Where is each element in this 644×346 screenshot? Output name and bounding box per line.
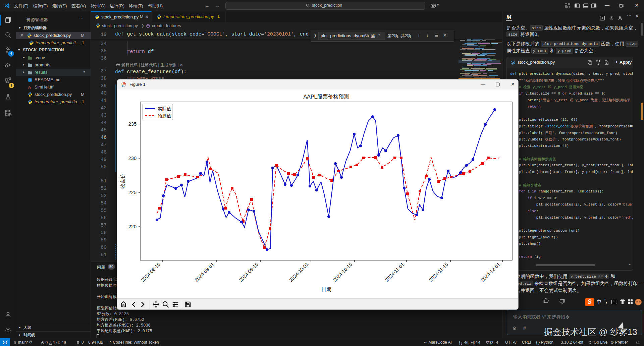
- svg-text:实际值: 实际值: [158, 106, 171, 111]
- svg-text:2024-10-01: 2024-10-01: [288, 262, 310, 283]
- svg-text:2024-12-01: 2024-12-01: [480, 262, 501, 283]
- svg-text:225: 225: [128, 190, 137, 195]
- svg-text:2024-11-15: 2024-11-15: [428, 262, 449, 283]
- svg-text:收盘价: 收盘价: [120, 174, 125, 189]
- svg-text:2024-11-01: 2024-11-01: [384, 262, 405, 283]
- svg-text:i: i: [30, 78, 31, 82]
- svg-text:预测值: 预测值: [158, 113, 171, 118]
- svg-text:2024-09-15: 2024-09-15: [238, 262, 259, 283]
- svg-text:2024-10-15: 2024-10-15: [332, 262, 353, 283]
- svg-text:235: 235: [128, 121, 137, 127]
- svg-text:日期: 日期: [321, 286, 331, 292]
- svg-text:AAPL股票价格预测: AAPL股票价格预测: [304, 94, 350, 100]
- svg-text:2024-08-15: 2024-08-15: [140, 262, 161, 283]
- svg-text:230: 230: [128, 156, 137, 161]
- svg-text:220: 220: [128, 224, 137, 229]
- svg-text:2024-09-01: 2024-09-01: [194, 262, 215, 283]
